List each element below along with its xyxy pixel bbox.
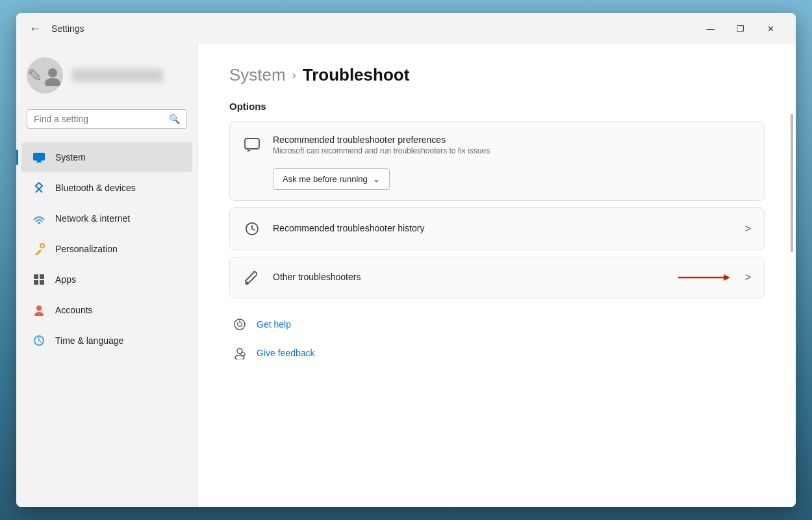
prefs-desc: Microsoft can recommend and run troubles… — [273, 146, 751, 155]
prefs-title: Recommended troubleshooter preferences — [273, 135, 751, 145]
card-row-prefs: Recommended troubleshooter preferences M… — [230, 122, 764, 168]
personalization-label: Personalization — [55, 244, 118, 254]
svg-rect-8 — [34, 274, 38, 279]
bottom-links: Get help Give feedback — [229, 311, 765, 366]
system-label: System — [55, 152, 86, 162]
svg-point-21 — [239, 320, 240, 322]
user-name — [72, 69, 163, 82]
personalization-icon — [32, 242, 46, 256]
give-feedback-row[interactable]: Give feedback — [229, 340, 765, 366]
history-title: Recommended troubleshooter history — [273, 223, 733, 233]
sidebar-item-apps[interactable]: Apps — [21, 265, 192, 294]
card-body-prefs: Recommended troubleshooter preferences M… — [273, 135, 751, 155]
sidebar-item-accounts[interactable]: Accounts — [21, 295, 192, 325]
recommended-prefs-card: Recommended troubleshooter preferences M… — [229, 121, 765, 201]
troubleshooter-dropdown[interactable]: Ask me before running ⌄ — [273, 168, 390, 190]
svg-marker-19 — [724, 274, 730, 281]
svg-point-12 — [36, 306, 42, 311]
nav-list: System Bluetooth & devices — [16, 139, 197, 507]
sidebar-item-time[interactable]: Time & language — [21, 326, 192, 356]
card-row-other: Other troubleshooters > — [230, 257, 764, 298]
bluetooth-label: Bluetooth & devices — [55, 183, 136, 193]
wrench-icon — [243, 270, 261, 285]
accounts-label: Accounts — [55, 305, 93, 315]
svg-point-5 — [38, 222, 40, 224]
content-area: ✎ 🔍 — [16, 44, 796, 507]
minimize-button[interactable]: — — [696, 18, 726, 39]
network-icon — [32, 211, 46, 226]
user-icon: ✎ — [27, 65, 42, 86]
dropdown-chevron-icon: ⌄ — [373, 174, 380, 184]
get-help-row[interactable]: Get help — [229, 311, 765, 337]
svg-point-1 — [45, 78, 60, 86]
breadcrumb-chevron: › — [292, 68, 296, 82]
scrollbar — [791, 114, 793, 253]
svg-rect-15 — [245, 138, 259, 149]
system-icon — [32, 150, 46, 164]
svg-rect-10 — [34, 280, 38, 285]
svg-point-22 — [238, 322, 242, 327]
other-troubleshooters-card[interactable]: Other troubleshooters > — [229, 257, 765, 298]
user-profile: ✎ — [16, 44, 197, 104]
apps-icon — [32, 272, 46, 287]
breadcrumb: System › Troubleshoot — [229, 65, 765, 85]
card-row-history: Recommended troubleshooter history > — [230, 208, 764, 250]
avatar-silhouette — [42, 65, 63, 86]
sidebar-item-personalization[interactable]: Personalization — [21, 234, 192, 264]
breadcrumb-current: Troubleshoot — [303, 65, 410, 85]
sidebar: ✎ 🔍 — [16, 44, 198, 507]
svg-rect-2 — [33, 153, 45, 161]
monitor-icon — [32, 152, 45, 162]
svg-point-0 — [48, 68, 57, 77]
red-arrow-icon — [675, 271, 733, 284]
title-bar: ← Settings — ❐ ✕ — [16, 13, 796, 44]
chat-icon — [243, 138, 261, 152]
svg-point-17 — [246, 281, 248, 283]
accounts-icon — [32, 303, 46, 317]
maximize-button[interactable]: ❐ — [726, 18, 755, 39]
settings-window: ← Settings — ❐ ✕ ✎ — [16, 13, 796, 507]
svg-rect-4 — [36, 162, 42, 162]
svg-rect-6 — [34, 250, 42, 255]
card-body-other: Other troubleshooters — [273, 272, 663, 283]
search-box[interactable]: 🔍 — [27, 109, 187, 129]
window-controls: — ❐ ✕ — [696, 18, 785, 39]
other-title: Other troubleshooters — [273, 272, 663, 282]
search-icon: 🔍 — [169, 114, 180, 124]
window-title: Settings — [51, 23, 84, 34]
main-content: System › Troubleshoot Options Recommen — [198, 44, 796, 507]
close-button[interactable]: ✕ — [755, 18, 785, 39]
time-icon — [32, 333, 46, 348]
card-body-history: Recommended troubleshooter history — [273, 223, 733, 235]
search-input[interactable] — [34, 114, 164, 124]
history-icon — [243, 221, 261, 237]
recommended-history-card[interactable]: Recommended troubleshooter history > — [229, 207, 765, 250]
dropdown-label: Ask me before running — [283, 174, 368, 184]
give-feedback-icon — [232, 346, 247, 359]
time-label: Time & language — [55, 335, 123, 346]
sidebar-item-network[interactable]: Network & internet — [21, 203, 192, 233]
svg-point-13 — [34, 312, 44, 316]
give-feedback-label[interactable]: Give feedback — [257, 348, 315, 358]
options-label: Options — [229, 101, 765, 112]
sidebar-item-bluetooth[interactable]: Bluetooth & devices — [21, 173, 192, 203]
svg-point-7 — [40, 244, 44, 248]
apps-label: Apps — [55, 274, 76, 285]
svg-rect-11 — [40, 280, 44, 285]
svg-rect-9 — [40, 274, 44, 279]
breadcrumb-parent: System — [229, 65, 286, 85]
get-help-icon — [232, 318, 247, 331]
bluetooth-icon — [32, 181, 46, 195]
history-chevron-icon: > — [745, 223, 751, 235]
network-label: Network & internet — [55, 213, 130, 224]
back-button[interactable]: ← — [27, 20, 44, 38]
get-help-label[interactable]: Get help — [257, 319, 291, 330]
svg-rect-3 — [37, 161, 41, 162]
title-bar-left: ← Settings — [27, 20, 84, 38]
arrow-container — [675, 271, 733, 284]
other-chevron-icon: > — [745, 272, 751, 283]
avatar: ✎ — [27, 57, 63, 94]
sidebar-item-system[interactable]: System — [21, 142, 192, 172]
